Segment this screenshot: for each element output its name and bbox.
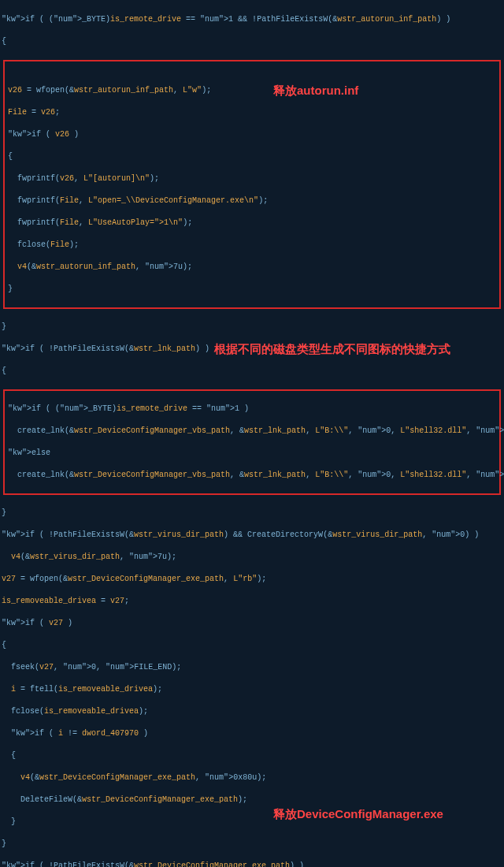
annotation-release-exe: 释放DeviceConfigManager.exe [273, 806, 443, 822]
code-line: { [8, 152, 13, 161]
decompiled-code-view: "kw">if ( ("num">_BYTE)is_remote_drive =… [0, 0, 504, 867]
code-line: } [2, 839, 6, 848]
code-line: fwprintf(File, L"open=_\\DeviceConfigMan… [8, 196, 268, 205]
code-line: "kw">if ( ("num">_BYTE)is_remote_drive =… [2, 15, 450, 24]
code-line: create_lnk(&wstr_DeviceConfigManager_vbs… [8, 471, 504, 479]
code-line: "kw">if ( v26 ) [8, 130, 79, 139]
code-line: DeleteFileW(&wstr_DeviceConfigManager_ex… [2, 795, 247, 804]
highlight-box-2: "kw">if ( ("num">_BYTE)is_remote_drive =… [3, 389, 501, 495]
code-line: } [2, 817, 16, 826]
code-line: } [2, 508, 6, 517]
code-line: v4(&wstr_autorun_inf_path, "num">7u); [8, 262, 192, 271]
code-line: fclose(is_removeable_drivea); [2, 707, 148, 716]
code-line: is_removeable_drivea = v27; [2, 597, 129, 605]
code-line: v27 = wfopen(&wstr_DeviceConfigManager_e… [2, 575, 266, 583]
code-line: i = ftell(is_removeable_drivea); [2, 685, 162, 694]
code-line: "kw">if ( v27 ) [2, 619, 72, 627]
code-line: "kw">else [8, 448, 50, 457]
code-line: { [2, 751, 16, 760]
code-line: } [8, 285, 13, 293]
code-line: { [2, 641, 6, 649]
code-line: } [2, 322, 6, 331]
code-line: fclose(File); [8, 240, 79, 249]
code-line: "kw">if ( ("num">_BYTE)is_remote_drive =… [8, 404, 249, 413]
code-line: v4(&wstr_DeviceConfigManager_exe_path, "… [2, 773, 266, 782]
code-line: v4(&wstr_virus_dir_path, "num">7u); [2, 553, 176, 561]
code-line: fseek(v27, "num">0, "num">FILE_END); [2, 663, 181, 672]
code-line: "kw">if ( i != dword_407970 ) [2, 729, 148, 738]
code-line: "kw">if ( !PathFileExistsW(&wstr_DeviceC… [2, 861, 304, 867]
code-line: { [2, 367, 6, 375]
highlight-box-1: 释放autorun.inf v26 = wfopen(&wstr_autorun… [3, 60, 501, 309]
code-line: "kw">if ( !PathFileExistsW(&wstr_lnk_pat… [2, 344, 209, 353]
code-line: { [2, 37, 6, 46]
code-line: v26 = wfopen(&wstr_autorun_inf_path, L"w… [8, 86, 211, 95]
code-line: fwprintf(v26, L"[autorun]\n"); [8, 174, 159, 183]
code-line: fwprintf(File, L"UseAutoPlay=">1\n"); [8, 218, 192, 227]
annotation-autorun: 释放autorun.inf [273, 82, 358, 99]
code-line: create_lnk(&wstr_DeviceConfigManager_vbs… [8, 426, 504, 435]
code-line: File = v26; [8, 108, 60, 117]
annotation-shortcut: 根据不同的磁盘类型生成不同图标的快捷方式 [214, 340, 450, 357]
code-line: "kw">if ( !PathFileExistsW(&wstr_virus_d… [2, 530, 479, 539]
